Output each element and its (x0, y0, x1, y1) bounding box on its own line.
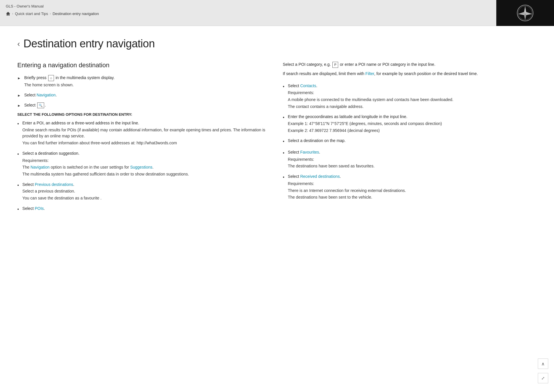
poi-icon-box: P (332, 62, 338, 68)
expand-icon: ⤢ (541, 376, 545, 380)
sub-text: The contact contains a navigable address… (288, 104, 537, 110)
expand-button[interactable]: ⤢ (538, 373, 548, 383)
pois-link[interactable]: POIs (35, 206, 44, 211)
list-item: • Select Favourites. Requirements: The d… (283, 149, 537, 169)
breadcrumb-chevron-2: › (50, 12, 51, 15)
header: GLS - Owner's Manual › Quick start and T… (0, 0, 554, 26)
sub-text: You can save the destination as a favour… (23, 195, 271, 201)
item-content: Select Received destinations. Requiremen… (288, 173, 537, 201)
sub-text: The destinations have been saved as favo… (288, 163, 537, 169)
sub-text: Select a previous destination. (23, 188, 271, 195)
previous-destinations-link[interactable]: Previous destinations (35, 182, 73, 187)
list-item: • Select a destination suggestion. Requi… (17, 150, 271, 178)
item-content: Select Navigation. (24, 92, 271, 98)
bullet-marker: • (17, 120, 19, 128)
arrow-list: ► Briefly press ⌂ in the multimedia syst… (17, 75, 271, 108)
intro-text-2: If search results are displayed, limit t… (283, 71, 537, 77)
item-content: Select 🔍. (24, 102, 271, 109)
list-item: • Enter the geocoordinates as latitude a… (283, 114, 537, 134)
favourites-link[interactable]: Favourites (300, 150, 319, 154)
sub-text: Example 1: 47°58'11"N 7°57'25"E (degrees… (288, 121, 537, 127)
arrow-marker: ► (17, 76, 21, 81)
right-column: Select a POI category, e.g. P or enter a… (283, 61, 537, 217)
bullet-marker: • (283, 150, 285, 157)
item-content: Enter the geocoordinates as latitude and… (288, 114, 537, 134)
left-column: Entering a navigation destination ► Brie… (17, 61, 271, 217)
item-content: Select Favourites. Requirements: The des… (288, 149, 537, 169)
sub-text: Online search results for POIs (if avail… (23, 127, 271, 139)
sub-text: The home screen is shown. (24, 82, 271, 88)
sub-text: Example 2: 47.969722 7.956944 (decimal d… (288, 128, 537, 134)
list-item: ► Select 🔍. (17, 102, 271, 109)
sub-text: The destinations have been sent to the v… (288, 194, 537, 201)
bullet-marker: • (283, 114, 285, 121)
item-content: Select Previous destinations. Select a p… (23, 182, 271, 201)
sub-text: A mobile phone is connected to the multi… (288, 97, 537, 103)
list-item: • Enter a POI, an address or a three-wor… (17, 120, 271, 146)
content-columns: Entering a navigation destination ► Brie… (17, 61, 537, 217)
sub-text: The Navigation option is switched on in … (23, 164, 271, 171)
bullet-marker: • (17, 182, 19, 189)
bullet-marker: • (283, 138, 285, 145)
item-content: Briefly press ⌂ in the multimedia system… (24, 75, 271, 88)
sub-text: The multimedia system has gathered suffi… (23, 171, 271, 178)
received-destinations-link[interactable]: Received destinations (300, 174, 340, 179)
list-item: ► Briefly press ⌂ in the multimedia syst… (17, 75, 271, 88)
bullet-marker: • (283, 174, 285, 181)
document-title: GLS - Owner's Manual (6, 2, 548, 10)
bold-label: SELECT THE FOLLOWING OPTIONS FOR DESTINA… (17, 112, 271, 117)
requirements-label: Requirements: (23, 158, 271, 164)
breadcrumb-chevron-1: › (12, 12, 13, 15)
list-item: • Select POIs. (17, 206, 271, 213)
list-item: • Select a destination on the map. (283, 138, 537, 145)
sub-text: You can find further information about t… (23, 140, 271, 146)
bullet-list: • Enter a POI, an address or a three-wor… (17, 120, 271, 213)
filter-link[interactable]: Filter (365, 71, 374, 76)
item-content: Select POIs. (23, 206, 271, 212)
back-chevron[interactable]: ‹ (17, 39, 20, 48)
main-content: ‹ Destination entry navigation Entering … (0, 26, 554, 392)
bullet-marker: • (17, 206, 19, 213)
home-icon-box: ⌂ (48, 75, 54, 81)
page-title: Destination entry navigation (23, 38, 155, 50)
item-content: Select a destination on the map. (288, 138, 537, 144)
sub-text: There is an Internet connection for rece… (288, 188, 537, 194)
intro-text-1: Select a POI category, e.g. P or enter a… (283, 61, 537, 68)
requirements-label: Requirements: (288, 90, 537, 96)
page-title-area: ‹ Destination entry navigation (17, 38, 537, 50)
requirements-label: Requirements: (288, 181, 537, 187)
logo-area (496, 0, 554, 26)
list-item: • Select Contacts. Requirements: A mobil… (283, 83, 537, 110)
arrow-marker: ► (17, 103, 21, 108)
home-link[interactable] (6, 11, 10, 16)
item-content: Enter a POI, an address or a three-word … (23, 120, 271, 146)
list-item: • Select Received destinations. Requirem… (283, 173, 537, 201)
home-icon (6, 12, 10, 16)
mercedes-logo (516, 4, 534, 22)
bullet-marker: • (17, 151, 19, 158)
breadcrumb: › Quick start and Tips › Destination ent… (6, 10, 548, 16)
list-item: • Select Previous destinations. Select a… (17, 182, 271, 201)
breadcrumb-current: Destination entry navigation (53, 12, 99, 16)
bullet-marker: • (283, 83, 285, 90)
item-content: Select Contacts. Requirements: A mobile … (288, 83, 537, 110)
contacts-link[interactable]: Contacts (300, 83, 316, 88)
navigation-link[interactable]: Navigation (37, 93, 56, 97)
up-arrow-icon: ∧ (541, 361, 545, 367)
list-item: ► Select Navigation. (17, 92, 271, 98)
right-bullet-list: • Select Contacts. Requirements: A mobil… (283, 83, 537, 201)
search-icon-box: 🔍 (37, 102, 44, 109)
scroll-to-top-button[interactable]: ∧ (538, 359, 548, 369)
navigation-link-2[interactable]: Navigation (31, 165, 50, 169)
item-content: Select a destination suggestion. Require… (23, 150, 271, 178)
breadcrumb-section[interactable]: Quick start and Tips (15, 12, 48, 16)
arrow-marker: ► (17, 93, 21, 98)
section-heading: Entering a navigation destination (17, 61, 271, 69)
requirements-label: Requirements: (288, 156, 537, 163)
suggestions-link[interactable]: Suggestions (130, 165, 152, 169)
